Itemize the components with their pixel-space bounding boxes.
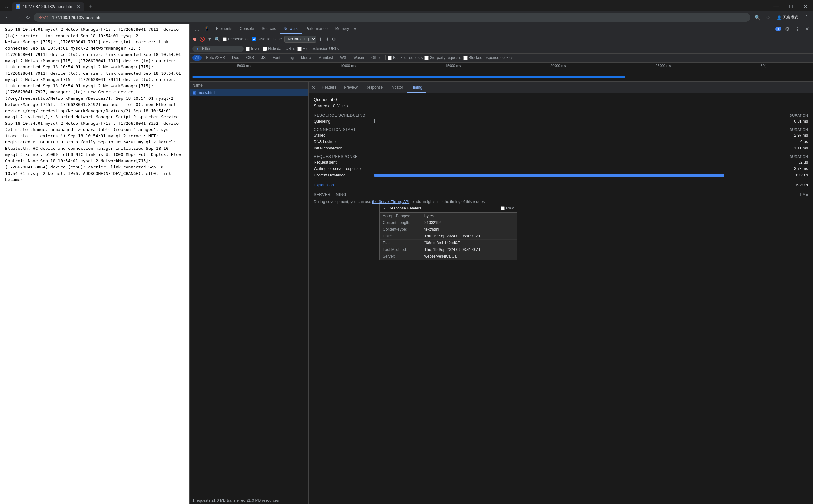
explanation-link[interactable]: Explanation [314,183,372,187]
tab-sources[interactable]: Sources [258,24,280,34]
filter-media[interactable]: Media [298,55,314,61]
tab-response[interactable]: Response [362,82,387,93]
duration-label-2: DURATION [790,128,808,132]
filter-input[interactable] [202,47,241,51]
filter-img[interactable]: Img [285,55,296,61]
timing-bar-content-download [374,173,786,177]
timeline: 5000 ms 10000 ms 15000 ms 20000 ms 25000… [190,63,813,82]
timing-bar-initial-connection [374,146,786,150]
hide-extension-urls-checkbox[interactable]: Hide extension URLs [297,47,339,51]
browser-menu-button[interactable]: ⋮ [803,14,809,21]
hide-data-urls-checkbox[interactable]: Hide data URLs [263,47,295,51]
tab-headers[interactable]: Headers [318,82,340,93]
devtools-panel: ⬚ 📱 Elements Console Sources Network Per… [189,24,813,504]
table-row[interactable]: ▣ mess.html [190,89,308,96]
server-timing-api-link[interactable]: the Server Timing API [372,200,409,204]
blocked-requests-checkbox[interactable]: Blocked requests [388,56,423,60]
timing-bar-waiting [374,167,786,171]
tab-preview[interactable]: Preview [340,82,362,93]
upload-har-button[interactable]: ⬆ [319,37,323,42]
minimize-button[interactable]: — [771,3,782,10]
timing-label-dns: DNS Lookup [314,140,372,144]
devtools-filter2: ▼ Invert Hide data URLs Hide extension U… [190,44,813,54]
tab-network[interactable]: Network [280,24,302,34]
timeline-label-3: 15000 ms [445,64,461,68]
search-button[interactable]: 🔍 [215,37,220,42]
main-area: Sep 18 10:54:01 mysql-2 NetworkManager[7… [0,24,813,504]
header-row-date: Date: Thu, 19 Sep 2024 09:06:07 GMT [380,233,517,240]
bookmark-button[interactable]: ☆ [765,13,772,22]
invert-checkbox[interactable]: Invert [246,47,261,51]
tab-performance[interactable]: Performance [302,24,331,34]
clear-button[interactable]: 🚫 [199,37,205,42]
tab-memory[interactable]: Memory [331,24,353,34]
timeline-bar [192,75,810,79]
header-val: "66ebe8ed-140ed02" [424,241,514,245]
timing-total-value: 19.30 s [795,183,808,187]
filter-doc[interactable]: Doc [230,55,242,61]
tab-timing[interactable]: Timing [407,82,426,93]
new-tab-button[interactable]: + [86,2,94,11]
tab-initiator[interactable]: Initiator [387,82,407,93]
timeline-label-4: 20000 ms [550,64,566,68]
private-mode-button[interactable]: 👤 无痕模式 [774,13,801,21]
filter-font[interactable]: Font [270,55,283,61]
tab-console[interactable]: Console [236,24,258,34]
disable-cache-checkbox[interactable]: Disable cache [252,37,282,41]
more-tabs-button[interactable]: » [354,27,356,31]
timing-val-queueing: 0.81 ms [789,119,808,124]
detail-tab-bar: ✕ Headers Preview Response Initiator Tim… [309,82,813,93]
filter-manifest[interactable]: Manifest [316,55,336,61]
header-val: Thu, 19 Sep 2024 09:03:41 GMT [424,247,514,252]
zoom-button[interactable]: 🔍 [753,13,762,22]
throttle-select[interactable]: No throttling [285,36,316,43]
third-party-checkbox[interactable]: 3rd-party requests [424,56,461,60]
raw-checkbox[interactable]: Raw [501,206,514,210]
tab-stack-button[interactable]: ⌄ [3,2,11,11]
devtools-close-icon[interactable]: ✕ [804,25,810,33]
close-window-button[interactable]: ✕ [800,3,810,10]
filter-button[interactable]: ▼ [208,37,212,42]
devtools-more-icon[interactable]: ⋮ [793,25,801,33]
timeline-label-1: 5000 ms [237,64,251,68]
preserve-log-checkbox[interactable]: Preserve log [223,37,250,41]
timing-row-content-download: Content Download 19.29 s [314,173,808,177]
panel-title: Response Headers [389,206,422,210]
active-tab[interactable]: 🔒 192.168.126.132/mess.html ✕ [12,2,84,11]
reload-button[interactable]: ↻ [24,13,31,22]
download-har-button[interactable]: ⬇ [325,37,329,42]
blocked-cookies-checkbox[interactable]: Blocked response cookies [463,56,513,60]
security-warning: 不安全 [39,15,49,20]
timing-val-dns: 6 µs [789,140,808,144]
detail-panel: ✕ Headers Preview Response Initiator Tim… [309,82,813,504]
address-input-box[interactable]: 不安全 192.168.126.132/mess.html [34,13,750,22]
filter-wasm[interactable]: Wasm [351,55,367,61]
errors-badge[interactable]: 1 [775,27,781,31]
inspect-element-icon[interactable]: ⬚ [192,24,201,34]
resource-scheduling-title: Resource Scheduling [314,113,365,118]
detail-close-button[interactable]: ✕ [309,82,318,93]
tab-title: 192.168.126.132/mess.html [23,4,74,9]
filter-input-box[interactable]: ▼ [192,46,244,52]
filter-js[interactable]: JS [259,55,268,61]
back-button[interactable]: ← [4,13,12,22]
record-button[interactable]: ⏺ [192,37,197,42]
timing-val-waiting: 3.73 ms [789,167,808,171]
timing-label-request-sent: Request sent [314,160,372,165]
filter-css[interactable]: CSS [244,55,257,61]
filter-all[interactable]: All [192,55,201,61]
maximize-button[interactable]: □ [787,3,795,10]
tab-elements[interactable]: Elements [212,24,236,34]
tab-close-button[interactable]: ✕ [77,4,81,9]
filter-other[interactable]: Other [369,55,383,61]
filter-fetch-xhr[interactable]: Fetch/XHR [204,55,228,61]
page-content: Sep 18 10:54:01 mysql-2 NetworkManager[7… [0,24,189,504]
forward-button[interactable]: → [14,13,22,22]
connection-start-title: Connection Start [314,127,356,132]
device-toolbar-icon[interactable]: 📱 [201,24,212,34]
header-key: Last-Modified: [383,247,424,252]
panel-collapse-icon[interactable]: ▼ [383,207,386,210]
devtools-settings-icon[interactable]: ⚙ [784,25,791,33]
network-settings-button[interactable]: ⚙ [332,37,336,42]
filter-ws[interactable]: WS [338,55,349,61]
